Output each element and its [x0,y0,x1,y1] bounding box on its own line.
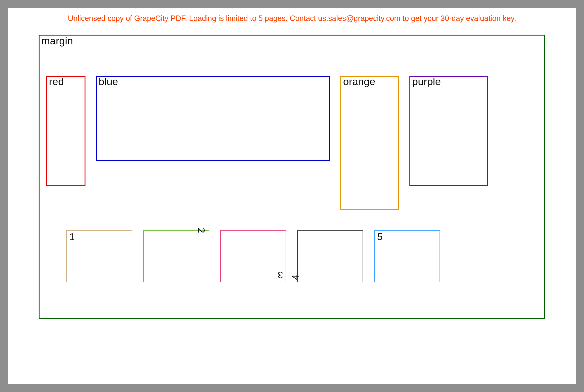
box-blue-label: blue [99,76,118,88]
small-box-1: 1 [66,230,132,282]
license-warning: Unlicensed copy of GrapeCity PDF. Loadin… [8,14,576,23]
small-box-5-label: 5 [377,232,383,242]
outer-frame: Unlicensed copy of GrapeCity PDF. Loadin… [0,0,584,392]
box-red: red [46,76,85,186]
box-blue: blue [96,76,330,161]
small-box-1-label: 1 [69,232,75,242]
box-orange-label: orange [343,76,375,88]
small-box-4: 4 [297,230,363,282]
small-box-3: 3 [220,230,286,282]
box-purple-label: purple [412,76,441,88]
small-box-5: 5 [374,230,440,282]
small-box-2: 2 [143,230,209,282]
small-box-4-label: 4 [290,274,300,280]
small-box-2-label: 2 [196,228,206,233]
margin-label: margin [41,35,73,47]
page: Unlicensed copy of GrapeCity PDF. Loadin… [8,8,576,384]
box-purple: purple [409,76,488,186]
box-orange: orange [340,76,399,210]
box-red-label: red [49,76,64,88]
small-box-3-label: 3 [278,270,283,280]
